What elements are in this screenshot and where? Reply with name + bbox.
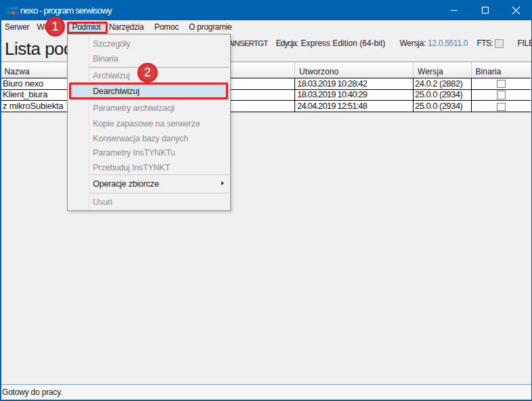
svg-text:nexo: nexo	[6, 9, 18, 16]
